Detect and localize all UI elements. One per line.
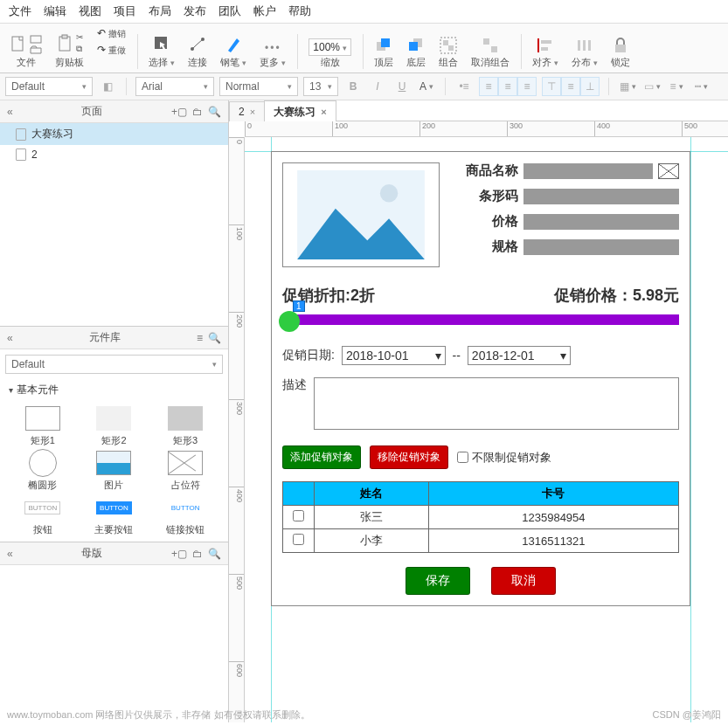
toolbar-select[interactable]: 选择 xyxy=(143,35,181,69)
clear-icon[interactable] xyxy=(658,163,679,179)
menu-project[interactable]: 项目 xyxy=(114,3,136,19)
search-master-icon[interactable]: 🔍 xyxy=(208,548,221,560)
menu-layout[interactable]: 布局 xyxy=(149,3,171,19)
collapse-icon[interactable]: « xyxy=(7,106,13,118)
save-icon[interactable] xyxy=(30,35,42,44)
bold-button[interactable]: B xyxy=(343,77,363,96)
menu-view[interactable]: 视图 xyxy=(79,3,101,19)
open-icon[interactable] xyxy=(30,45,42,54)
toolbar-more[interactable]: ••• 更多 xyxy=(254,42,292,69)
date-to-select[interactable]: 2018-12-01▾ xyxy=(468,346,572,365)
collapse-icon[interactable]: « xyxy=(7,548,13,560)
library-select[interactable]: Default xyxy=(5,355,223,374)
zoom-input[interactable]: 100% xyxy=(309,38,351,56)
align-left-button[interactable]: ≡ xyxy=(479,77,498,96)
product-name-input[interactable] xyxy=(523,163,653,179)
menu-account[interactable]: 帐户 xyxy=(253,3,276,19)
valign-mid-button[interactable]: ≡ xyxy=(561,77,580,96)
slider-thumb[interactable] xyxy=(279,311,300,332)
toolbar-file[interactable]: 文件 xyxy=(5,35,48,69)
toolbar-ungroup[interactable]: 取消组合 xyxy=(466,37,516,69)
description-textarea[interactable] xyxy=(314,377,679,430)
add-folder-icon[interactable]: 🗀 xyxy=(192,106,203,118)
toolbar-pen[interactable]: 钢笔 xyxy=(215,35,253,69)
promo-slider[interactable]: 1 xyxy=(282,311,679,328)
guide[interactable] xyxy=(690,137,691,722)
lib-rect1[interactable]: 矩形1 xyxy=(9,406,77,447)
lib-link-button[interactable]: BUTTON链接按钮 xyxy=(151,495,219,536)
toolbar-connect[interactable]: 连接 xyxy=(183,35,213,69)
toolbar-undo[interactable]: ↶ 撤销 ↷ 重做 xyxy=(92,27,132,69)
lib-rect3[interactable]: 矩形3 xyxy=(151,406,219,447)
save-button[interactable]: 保存 xyxy=(406,567,470,595)
page-item[interactable]: 2 xyxy=(0,145,228,164)
lib-rect2[interactable]: 矩形2 xyxy=(80,406,149,447)
size-select[interactable]: 13 xyxy=(303,77,338,96)
undo-button[interactable]: ↶ 撤销 xyxy=(97,27,126,40)
line-width-button[interactable]: ≡ xyxy=(667,77,686,96)
barcode-input[interactable] xyxy=(523,189,679,204)
valign-bot-button[interactable]: ⊥ xyxy=(580,77,600,96)
close-tab-icon[interactable]: × xyxy=(250,107,255,117)
valign-top-button[interactable]: ⊤ xyxy=(542,77,561,96)
fill-button[interactable]: ▦ xyxy=(618,77,637,96)
collapse-icon[interactable]: « xyxy=(7,332,13,344)
font-select[interactable]: Arial xyxy=(135,77,214,96)
close-tab-icon[interactable]: × xyxy=(321,107,326,117)
bullet-button[interactable]: •≡ xyxy=(454,77,474,96)
align-right-button[interactable]: ≡ xyxy=(517,77,537,96)
cut-icon[interactable]: ✂ xyxy=(76,32,83,42)
toolbar-align[interactable]: 对齐 xyxy=(527,37,565,69)
redo-button[interactable]: ↷ 重做 xyxy=(97,44,126,57)
menu-file[interactable]: 文件 xyxy=(9,3,31,19)
menu-help[interactable]: 帮助 xyxy=(288,3,311,19)
copy-icon[interactable]: ⧉ xyxy=(76,44,83,54)
border-button[interactable]: ▭ xyxy=(642,77,662,96)
lib-image[interactable]: 图片 xyxy=(80,451,149,492)
add-page-icon[interactable]: +▢ xyxy=(171,106,187,118)
toolbar-lock[interactable]: 锁定 xyxy=(606,37,636,69)
canvas[interactable]: 商品名称 条形码 价格 规格 促销折扣:2折 促销价格：5.98元 1 xyxy=(245,137,728,722)
lib-primary-button[interactable]: BUTTON主要按钮 xyxy=(80,495,149,536)
toolbar-distribute[interactable]: 分布 xyxy=(566,37,604,69)
add-master-icon[interactable]: +▢ xyxy=(171,548,187,560)
toolbar-back[interactable]: 底层 xyxy=(401,37,432,69)
product-image-placeholder[interactable] xyxy=(282,162,440,267)
row-checkbox[interactable] xyxy=(293,510,304,521)
lib-ellipse[interactable]: 椭圆形 xyxy=(9,451,77,492)
align-center-button[interactable]: ≡ xyxy=(498,77,517,96)
search-page-icon[interactable]: 🔍 xyxy=(208,106,221,118)
style-select[interactable]: Default xyxy=(5,77,93,96)
style-manage-icon[interactable]: ◧ xyxy=(98,77,117,96)
toolbar-front[interactable]: 顶层 xyxy=(369,37,399,69)
weight-select[interactable]: Normal xyxy=(219,77,298,96)
toolbar-group[interactable]: 组合 xyxy=(433,37,464,69)
cancel-button[interactable]: 取消 xyxy=(491,567,556,595)
add-target-button[interactable]: 添加促销对象 xyxy=(282,445,361,469)
add-master-folder-icon[interactable]: 🗀 xyxy=(192,548,203,560)
mockup-frame[interactable]: 商品名称 条形码 价格 规格 促销折扣:2折 促销价格：5.98元 1 xyxy=(271,151,690,606)
line-style-button[interactable]: ┅ xyxy=(691,77,711,96)
date-from-select[interactable]: 2018-10-01▾ xyxy=(342,346,446,365)
menu-publish[interactable]: 发布 xyxy=(184,3,206,19)
lib-menu-icon[interactable]: ≡ xyxy=(197,332,203,344)
row-checkbox[interactable] xyxy=(293,534,304,545)
unlimited-checkbox[interactable]: 不限制促销对象 xyxy=(457,450,551,466)
menu-edit[interactable]: 编辑 xyxy=(44,3,66,19)
toolbar-clipboard[interactable]: ✂ ⧉ 剪贴板 xyxy=(50,32,90,69)
canvas-tab[interactable]: 大赛练习× xyxy=(264,100,336,123)
page-item[interactable]: 大赛练习 xyxy=(0,123,228,145)
lib-search-icon[interactable]: 🔍 xyxy=(208,332,221,344)
library-category[interactable]: 基本元件 xyxy=(0,379,228,401)
canvas-tab[interactable]: 2× xyxy=(229,101,265,121)
remove-target-button[interactable]: 移除促销对象 xyxy=(370,445,448,469)
spec-input[interactable] xyxy=(523,239,679,255)
lib-button[interactable]: BUTTON按钮 xyxy=(9,495,77,536)
italic-button[interactable]: I xyxy=(368,77,387,96)
price-input[interactable] xyxy=(523,214,679,230)
toolbar-zoom[interactable]: 100% 缩放 xyxy=(303,38,357,69)
lib-placeholder[interactable]: 占位符 xyxy=(151,451,219,492)
menu-team[interactable]: 团队 xyxy=(218,3,241,19)
text-color-button[interactable]: A xyxy=(417,77,436,96)
underline-button[interactable]: U xyxy=(392,77,412,96)
